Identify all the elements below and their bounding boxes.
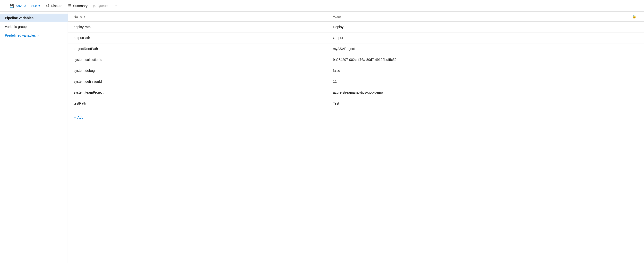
variable-name-cell[interactable]: testPath [68, 98, 327, 109]
table-row: system.teamProjectazure-streamanalytics-… [68, 87, 644, 98]
table-row: system.collectionId9a284207-002c-476a-80… [68, 54, 644, 65]
table-row: outputPathOutput [68, 33, 644, 44]
table-row: system.debugfalse [68, 65, 644, 76]
variable-value-cell[interactable]: azure-streamanalytics-cicd-demo [327, 87, 615, 98]
lock-column-header: 🔒 [615, 12, 644, 22]
name-column-header[interactable]: Name ↑ [68, 12, 327, 22]
value-column-header[interactable]: Value [327, 12, 615, 22]
sidebar-item-pipeline-variables-label: Pipeline variables [5, 16, 34, 20]
add-label: Add [77, 116, 83, 119]
queue-label: Queue [98, 4, 108, 8]
variable-name-cell[interactable]: system.collectionId [68, 54, 327, 65]
content-area: Name ↑ Value 🔒 deployPathDeployoutputPat… [68, 12, 644, 263]
sort-icon: ↑ [84, 15, 85, 18]
save-icon: 💾 [10, 4, 14, 8]
add-section: + Add [68, 109, 644, 126]
sidebar-item-variable-groups[interactable]: Variable groups [0, 22, 68, 31]
table-row: deployPathDeploy [68, 22, 644, 33]
summary-icon: ☰ [68, 4, 72, 8]
summary-button[interactable]: ☰ Summary [66, 2, 90, 10]
variable-name-cell[interactable]: system.definitionId [68, 76, 327, 87]
variable-name-cell[interactable]: deployPath [68, 22, 327, 33]
variable-lock-cell [615, 22, 644, 33]
discard-label: Discard [51, 4, 62, 8]
variable-lock-cell [615, 65, 644, 76]
discard-button[interactable]: ↺ Discard [43, 2, 65, 10]
table-row: testPathTest [68, 98, 644, 109]
sidebar-item-pipeline-variables[interactable]: Pipeline variables [0, 14, 68, 22]
variable-value-cell[interactable]: 9a284207-002c-476a-80d7-49122bdf5c50 [327, 54, 615, 65]
more-icon: ··· [114, 3, 117, 8]
predefined-variables-label: Predefined variables [5, 34, 36, 37]
variable-name-cell[interactable]: outputPath [68, 33, 327, 44]
add-variable-button[interactable]: + Add [74, 114, 83, 121]
discard-icon: ↺ [46, 3, 50, 9]
variable-lock-cell [615, 44, 644, 54]
toolbar: 💾 Save & queue ▾ ↺ Discard ☰ Summary ▷ Q… [0, 0, 644, 12]
table-row: system.definitionId11 [68, 76, 644, 87]
variable-lock-cell [615, 54, 644, 65]
variable-name-cell[interactable]: system.teamProject [68, 87, 327, 98]
variable-name-cell[interactable]: projectRootPath [68, 44, 327, 54]
plus-icon: + [74, 115, 76, 120]
save-queue-label: Save & queue [16, 4, 37, 8]
variable-value-cell[interactable]: Deploy [327, 22, 615, 33]
variable-lock-cell [615, 98, 644, 109]
more-button[interactable]: ··· [111, 2, 120, 10]
variable-name-cell[interactable]: system.debug [68, 65, 327, 76]
table-row: projectRootPathmyASAProject [68, 44, 644, 54]
sidebar-item-variable-groups-label: Variable groups [5, 25, 28, 29]
value-header-label: Value [333, 15, 341, 19]
queue-button[interactable]: ▷ Queue [91, 3, 110, 9]
save-queue-dropdown-icon: ▾ [38, 4, 40, 8]
variable-value-cell[interactable]: myASAProject [327, 44, 615, 54]
save-queue-button[interactable]: 💾 Save & queue ▾ [7, 2, 42, 10]
queue-icon: ▷ [93, 4, 96, 8]
variable-value-cell[interactable]: 11 [327, 76, 615, 87]
table-header-row: Name ↑ Value 🔒 [68, 12, 644, 22]
sidebar: Pipeline variables Variable groups Prede… [0, 12, 68, 263]
main-layout: Pipeline variables Variable groups Prede… [0, 12, 644, 263]
variable-value-cell[interactable]: false [327, 65, 615, 76]
summary-label: Summary [73, 4, 88, 8]
name-header-label: Name [74, 15, 82, 19]
table-body: deployPathDeployoutputPathOutputprojectR… [68, 22, 644, 109]
variable-lock-cell [615, 76, 644, 87]
variable-lock-cell [615, 33, 644, 44]
variable-lock-cell [615, 87, 644, 98]
variable-value-cell[interactable]: Test [327, 98, 615, 109]
variable-value-cell[interactable]: Output [327, 33, 615, 44]
predefined-variables-link[interactable]: Predefined variables ↗ [0, 31, 68, 40]
external-link-icon: ↗ [37, 34, 39, 37]
lock-header-icon: 🔒 [632, 15, 636, 19]
variables-table: Name ↑ Value 🔒 deployPathDeployoutputPat… [68, 12, 644, 109]
